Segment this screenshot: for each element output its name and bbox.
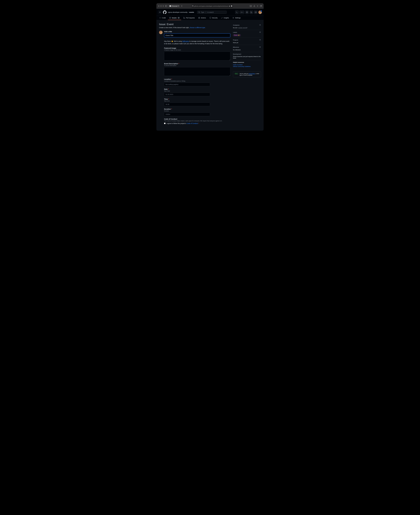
svg-point-24 — [260, 32, 260, 32]
issue-icon — [169, 17, 171, 19]
svg-text:ID: ID — [250, 6, 251, 7]
breadcrumb-owner[interactable]: cyprus-developer-community — [168, 11, 188, 13]
hamburger-menu[interactable] — [158, 10, 162, 14]
play-icon — [198, 17, 200, 19]
label-pill-event[interactable]: Event ✨ — [233, 34, 241, 36]
coc-link[interactable]: Code of Conduct — [187, 122, 198, 124]
issue-form-link[interactable]: issue form — [249, 73, 255, 74]
close-window-button[interactable] — [158, 5, 159, 7]
labels-gear-icon[interactable] — [259, 31, 261, 33]
sidebar-toggle-icon[interactable] — [165, 5, 167, 7]
gear-icon — [232, 17, 234, 19]
milestone-gear-icon[interactable] — [259, 46, 261, 48]
featured-image-desc: A feature image for the event — [164, 49, 230, 51]
reader-icon[interactable]: ID — [250, 5, 252, 7]
create-new-button[interactable] — [240, 10, 244, 14]
time-label: Time * — [164, 98, 230, 100]
description-input[interactable] — [164, 67, 230, 76]
assignees-gear-icon[interactable] — [259, 24, 261, 26]
minimize-window-button[interactable] — [160, 5, 162, 7]
new-tab-icon[interactable] — [257, 5, 258, 7]
development-title: Development — [233, 53, 241, 55]
command-palette-button[interactable] — [235, 10, 239, 14]
page-title: Issue: Event — [159, 23, 230, 26]
user-avatar[interactable] — [258, 10, 262, 14]
location-desc: Location ID (locations.json) or String — [164, 80, 230, 82]
pr-icon — [183, 17, 185, 19]
svg-point-17 — [170, 18, 170, 18]
search-input[interactable]: Type / to search — [197, 11, 227, 14]
coc-resource-link[interactable]: Code of conduct — [233, 64, 261, 66]
coc-desc: The Code of Conduct helps create a safe … — [164, 120, 230, 122]
gitevents-link[interactable]: GitEvents — [182, 40, 189, 42]
github-logo[interactable] — [163, 10, 166, 14]
search-kbd: / — [205, 11, 207, 13]
code-icon — [159, 17, 161, 19]
time-input[interactable] — [164, 103, 210, 106]
url-bar[interactable]: github.com/cyprus-developer-community/ev… — [191, 4, 233, 8]
maximize-window-button[interactable] — [163, 5, 164, 7]
svg-point-22 — [233, 18, 234, 18]
pull-requests-button[interactable] — [250, 10, 253, 14]
choose-type-link[interactable]: choose a different type. — [190, 27, 205, 29]
tab-settings[interactable]: Settings — [231, 16, 242, 20]
coc-label: Code of Conduct — [164, 118, 230, 120]
location-input[interactable] — [164, 83, 210, 86]
repo-nav: Code Issues 2 Pull requests Actions Secu… — [156, 16, 264, 20]
description-desc: A concise description — [164, 65, 230, 66]
tab-security[interactable]: Security — [208, 16, 219, 20]
projects-content: None yet — [233, 42, 261, 43]
milestone-content: No milestone — [233, 49, 261, 51]
tab-pulls[interactable]: Pull requests — [182, 16, 196, 20]
milestone-title: Milestone — [233, 46, 239, 48]
projects-gear-icon[interactable] — [259, 39, 261, 41]
resources-title: Helpful resources — [233, 62, 261, 63]
assign-yourself-link[interactable]: assign yourself — [239, 27, 247, 29]
main-column: Issue: Event Create a new event. If this… — [159, 23, 230, 126]
traffic-lights[interactable] — [158, 5, 164, 7]
inbox-button[interactable] — [254, 10, 257, 14]
svg-rect-9 — [260, 6, 261, 7]
date-input[interactable] — [164, 93, 210, 96]
date-desc: Start Date — [164, 90, 230, 92]
issues-button[interactable] — [245, 10, 249, 14]
issues-counter: 2 — [178, 17, 180, 19]
tab-actions[interactable]: Actions — [197, 16, 207, 20]
duration-input[interactable] — [164, 113, 210, 116]
development-content: Shows branches and pull requests linked … — [233, 56, 261, 59]
search-suffix: to search — [207, 11, 214, 13]
svg-point-14 — [251, 13, 251, 13]
svg-point-4 — [231, 6, 231, 6]
browser-profile-label: Personal — [172, 5, 177, 7]
github-header: cyprus-developer-community / events Type… — [156, 9, 264, 16]
search-icon — [198, 11, 200, 13]
svg-point-18 — [184, 17, 184, 17]
page-subtitle: Create a new event. If this doesn't look… — [159, 27, 230, 29]
svg-point-13 — [251, 11, 251, 12]
svg-rect-2 — [170, 6, 171, 7]
svg-rect-0 — [165, 5, 167, 7]
breadcrumb-sep: / — [188, 11, 188, 13]
title-input[interactable] — [164, 33, 230, 38]
browser-bar: Personal github.com/cyprus-developer-com… — [156, 3, 264, 9]
tab-insights[interactable]: Insights — [220, 16, 230, 20]
description-label: Event Description * — [164, 63, 230, 65]
sidebar: Assignees No one—assign yourself Labels … — [233, 23, 261, 126]
browser-profile-button[interactable]: Personal — [168, 5, 180, 7]
share-icon[interactable] — [254, 5, 255, 7]
breadcrumb-repo[interactable]: events — [189, 11, 194, 13]
tabs-icon[interactable] — [260, 5, 262, 7]
guidelines-link[interactable]: GitHub Community Guidelines — [233, 66, 261, 67]
labels-title: Labels — [233, 32, 237, 33]
coc-checkbox[interactable] — [164, 123, 165, 124]
more-icon[interactable] — [231, 5, 232, 7]
featured-image-input[interactable] — [164, 52, 230, 61]
back-button[interactable] — [181, 5, 182, 7]
tab-issues[interactable]: Issues 2 — [168, 16, 181, 20]
coc-checkbox-row[interactable]: I agree to follow this project's Code of… — [164, 122, 230, 124]
svg-point-5 — [232, 6, 232, 6]
tab-code[interactable]: Code — [158, 16, 167, 20]
svg-point-10 — [199, 12, 200, 13]
featured-image-label: Featured Image — [164, 47, 230, 49]
svg-point-25 — [260, 40, 260, 40]
